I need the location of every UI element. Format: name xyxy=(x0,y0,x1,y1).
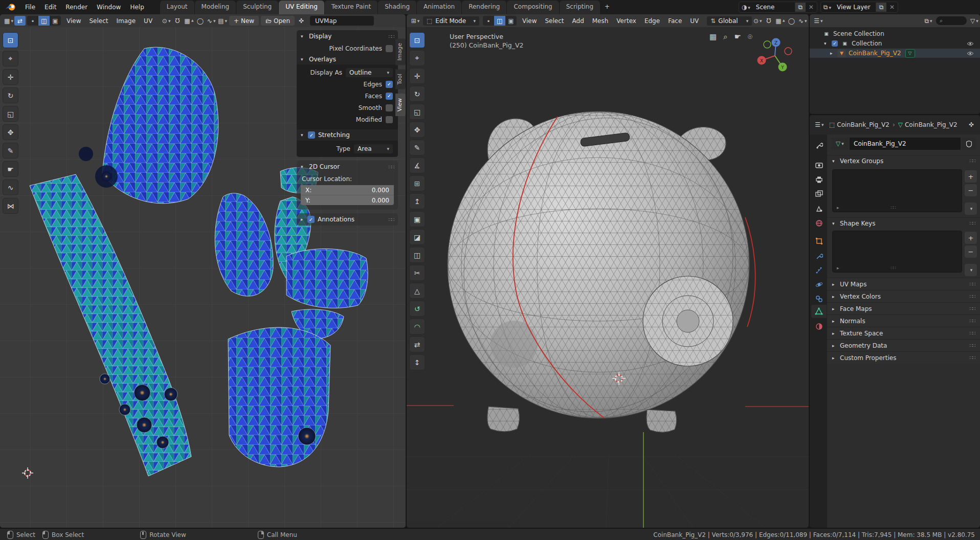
add-vertex-group-button[interactable]: + xyxy=(965,170,977,183)
new-image-button[interactable]: + New xyxy=(229,16,259,26)
hide-eye-icon[interactable] xyxy=(967,51,974,56)
fake-user-shield-icon[interactable] xyxy=(962,138,976,150)
overlays-subpanel-header[interactable]: ▾ Overlays xyxy=(297,54,398,64)
pin-icon[interactable]: ✜ xyxy=(296,16,307,26)
panel-geometry-data[interactable]: ▸Geometry Data ∷∷ xyxy=(827,339,980,351)
uv-canvas[interactable]: ⊡ ⌖ ✛ ↻ ◱ ✥ ✎ ☛ ∿ ⋈ ▾ Display xyxy=(0,27,406,528)
mesh-data-icon[interactable]: ▽▾ xyxy=(831,138,849,150)
vp-tool-move[interactable]: ✛ xyxy=(409,68,425,84)
vertex-groups-panel-header[interactable]: ▾ Vertex Groups ∷∷ xyxy=(827,155,980,166)
vp-tool-measure[interactable]: ∡ xyxy=(409,158,425,173)
tab-world-icon[interactable] xyxy=(811,216,827,230)
vp-proportional-icon[interactable]: ◯ xyxy=(786,16,797,26)
tab-render-icon[interactable] xyxy=(811,159,827,172)
vp-tool-bevel[interactable]: ◪ xyxy=(409,229,425,245)
modified-checkbox[interactable] xyxy=(386,116,393,123)
vp-tool-select-box[interactable]: ⊡ xyxy=(409,32,425,48)
tab-compositing[interactable]: Compositing xyxy=(507,1,559,14)
pan-icon[interactable]: ☛ xyxy=(734,32,741,41)
drag-dots-icon[interactable]: ∷∷ xyxy=(388,164,394,170)
faces-checkbox[interactable]: ✓ xyxy=(386,93,393,100)
select-edge-icon[interactable]: ◫ xyxy=(494,16,505,26)
vp-menu-uv[interactable]: UV xyxy=(686,15,703,27)
navigation-gizmo[interactable]: Z X Y xyxy=(755,36,794,75)
tab-view[interactable]: View xyxy=(395,94,406,116)
cursor-x-field[interactable]: X:0.000 xyxy=(301,185,394,195)
vp-tool-edge-slide[interactable]: ⇄ xyxy=(409,336,425,352)
vp-tool-knife[interactable]: ✂ xyxy=(409,265,425,281)
vp-menu-add[interactable]: Add xyxy=(568,15,588,27)
tab-sculpting[interactable]: Sculpting xyxy=(236,1,278,14)
menu-help[interactable]: Help xyxy=(125,2,148,13)
select-vertex-icon[interactable]: ∙ xyxy=(483,16,494,26)
menu-file[interactable]: File xyxy=(20,2,40,13)
uv-menu-uv[interactable]: UV xyxy=(140,15,157,27)
tab-object-icon[interactable] xyxy=(811,234,827,248)
edges-checkbox[interactable]: ✓ xyxy=(386,81,393,88)
vp-menu-mesh[interactable]: Mesh xyxy=(588,15,613,27)
uv-tool-relax[interactable]: ∿ xyxy=(3,179,18,195)
tab-view-layer-icon[interactable] xyxy=(811,187,827,200)
vp-tool-smooth[interactable]: ◠ xyxy=(409,319,425,334)
viewport-canvas[interactable]: ⊡ ⌖ ✛ ↻ ◱ ✥ ✎ ∡ ⊞ ↥ ▣ ◪ ◫ ✂ △ ↺ ◠ xyxy=(407,27,809,528)
uv-snap-target-icon[interactable]: ▦▾ xyxy=(183,16,194,26)
panel-uv-maps[interactable]: ▸UV Maps ∷∷ xyxy=(827,278,980,290)
vp-tool-scale[interactable]: ◱ xyxy=(409,104,425,120)
uv-menu-view[interactable]: View xyxy=(62,15,85,27)
display-panel-header[interactable]: ▾ Display ∷∷ xyxy=(297,30,398,42)
drag-dots-icon[interactable]: ∷∷ xyxy=(388,217,394,222)
tab-layout[interactable]: Layout xyxy=(160,1,194,14)
drag-dots-icon[interactable]: ∷∷ xyxy=(388,34,394,39)
stretch-type-dropdown[interactable]: Area▾ xyxy=(354,144,393,153)
drag-dots-icon[interactable]: ∷∷ xyxy=(969,158,975,164)
vp-tool-add-cube[interactable]: ⊞ xyxy=(409,175,425,191)
expand-icon[interactable]: ▸ xyxy=(830,51,835,56)
tab-scene-icon[interactable] xyxy=(811,202,827,215)
vp-menu-vertex[interactable]: Vertex xyxy=(612,15,640,27)
vp-snap-magnet-icon[interactable]: Ω xyxy=(763,16,774,26)
pin-icon[interactable]: ✜ xyxy=(966,120,977,130)
open-image-button[interactable]: 🗁 Open xyxy=(261,16,295,26)
tab-constraints-icon[interactable] xyxy=(811,292,827,305)
tab-material-icon[interactable] xyxy=(811,320,827,333)
vp-tool-cursor[interactable]: ⌖ xyxy=(409,50,425,66)
tab-shading[interactable]: Shading xyxy=(378,1,416,14)
outliner-display-mode-icon[interactable]: ⧉▾ xyxy=(923,16,934,26)
uv-image-browse-icon[interactable]: ▤▾ xyxy=(217,16,228,26)
vp-tool-loop-cut[interactable]: ◫ xyxy=(409,247,425,263)
breadcrumb-data[interactable]: CoinBank_Pig_V2 xyxy=(905,121,957,128)
panel-custom-properties[interactable]: ▸Custom Properties ∷∷ xyxy=(827,351,980,364)
annotations-checkbox[interactable]: ✓ xyxy=(307,216,315,223)
scene-unlink-icon[interactable]: ✕ xyxy=(806,4,817,11)
orientation-dropdown[interactable]: ⇅ Global▾ xyxy=(707,16,752,26)
tab-modeling[interactable]: Modeling xyxy=(195,1,236,14)
tab-uv-editing[interactable]: UV Editing xyxy=(279,1,324,14)
scene-selector[interactable]: ◑▾ Scene ⧉ ✕ xyxy=(739,2,817,13)
shape-keys-panel-header[interactable]: ▾ Shape Keys ∷∷ xyxy=(827,217,980,229)
uv-select-face-icon[interactable]: ▣ xyxy=(50,16,61,26)
vp-menu-view[interactable]: View xyxy=(518,15,541,27)
stretching-subpanel-header[interactable]: ▾ ✓ Stretching xyxy=(297,129,398,141)
hide-eye-icon[interactable] xyxy=(967,41,974,46)
uv-sync-select-icon[interactable]: ⇄ xyxy=(14,16,26,26)
uv-menu-image[interactable]: Image xyxy=(113,15,140,27)
vp-tool-poly-build[interactable]: △ xyxy=(409,283,425,299)
vp-pivot-icon[interactable]: ⊙▾ xyxy=(752,16,763,26)
tab-scripting[interactable]: Scripting xyxy=(560,1,600,14)
tab-tool[interactable]: Tool xyxy=(395,69,406,89)
scene-copy-icon[interactable]: ⧉ xyxy=(795,3,806,12)
vp-menu-face[interactable]: Face xyxy=(664,15,686,27)
uv-tool-annotate[interactable]: ✎ xyxy=(3,143,18,159)
vp-tool-annotate[interactable]: ✎ xyxy=(409,140,425,155)
stretching-checkbox[interactable]: ✓ xyxy=(308,131,315,139)
panel-normals[interactable]: ▸Normals ∷∷ xyxy=(827,314,980,327)
zoom-icon[interactable]: ⌕ xyxy=(723,32,727,41)
uv-snap-magnet-icon[interactable]: Ω xyxy=(172,16,183,26)
tab-particles-icon[interactable] xyxy=(811,263,827,277)
uv-proportional-icon[interactable]: ◯ xyxy=(194,16,206,26)
vp-falloff-icon[interactable]: ∿▾ xyxy=(797,16,808,26)
outliner-search-input[interactable]: ⌕ xyxy=(936,16,967,25)
tab-rendering[interactable]: Rendering xyxy=(462,1,506,14)
add-workspace-button[interactable]: + xyxy=(600,1,614,14)
collection-checkbox[interactable]: ✓ xyxy=(832,40,838,47)
